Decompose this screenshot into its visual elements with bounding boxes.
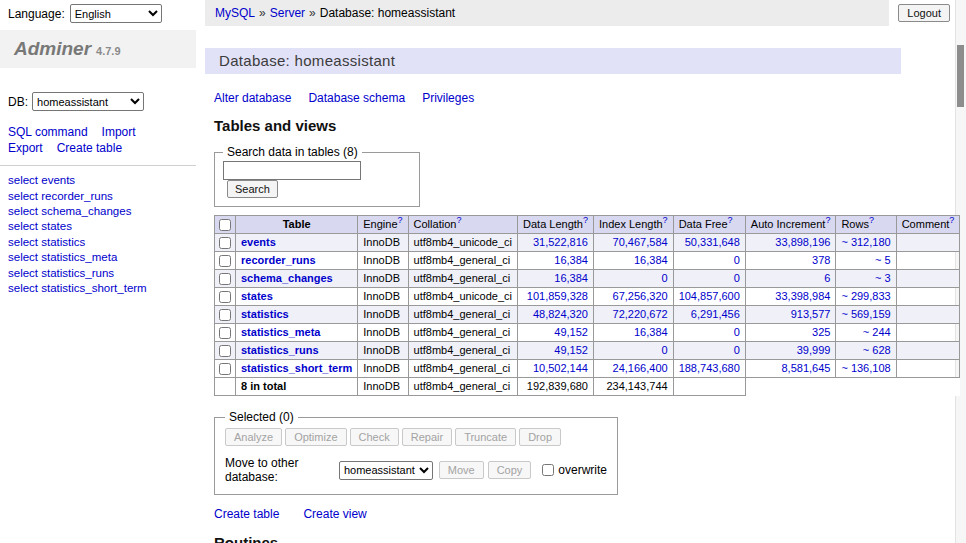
auto-increment-link[interactable]: 913,577 (751, 308, 831, 321)
row-checkbox[interactable] (219, 363, 231, 375)
sidebar-link-create-table[interactable]: Create table (57, 141, 122, 155)
row-checkbox[interactable] (219, 291, 231, 303)
index-length-link[interactable]: 16,384 (599, 254, 668, 267)
table-name-link[interactable]: events (241, 236, 276, 248)
auto-increment-link[interactable]: 33,398,984 (751, 290, 831, 303)
logout-button[interactable]: Logout (898, 4, 950, 22)
rows-count-link[interactable]: ~ 299,833 (841, 290, 890, 303)
help-link-data-length[interactable]: ? (583, 215, 588, 225)
database-schema-link[interactable]: Database schema (308, 91, 405, 105)
sidebar-item-select-statistics-meta[interactable]: select statistics_meta (8, 250, 196, 265)
row-checkbox[interactable] (219, 327, 231, 339)
language-select[interactable]: English (70, 4, 162, 23)
auto-increment-link[interactable]: 33,898,196 (751, 236, 831, 249)
index-length-link[interactable]: 70,467,584 (599, 236, 668, 249)
index-length-link[interactable]: 0 (599, 344, 668, 357)
data-length-link[interactable]: 31,522,816 (523, 236, 588, 249)
row-checkbox[interactable] (219, 345, 231, 357)
auto-increment-link[interactable]: 39,999 (751, 344, 831, 357)
help-link-engine[interactable]: ? (398, 215, 403, 225)
table-name-link[interactable]: statistics_runs (241, 344, 319, 356)
data-length-link[interactable]: 101,859,328 (523, 290, 588, 303)
table-name-link[interactable]: statistics_meta (241, 326, 321, 338)
data-free-link[interactable]: 6,291,456 (679, 308, 740, 321)
help-link-rows[interactable]: ? (869, 215, 874, 225)
help-link-index-length[interactable]: ? (663, 215, 668, 225)
index-length-link[interactable]: 72,220,672 (599, 308, 668, 321)
auto-increment-link[interactable]: 6 (751, 272, 831, 285)
sidebar-item-select-states[interactable]: select states (8, 219, 196, 234)
breadcrumb-current: Database: homeassistant (320, 6, 455, 20)
total-label: 8 in total (236, 378, 358, 396)
data-length-link[interactable]: 16,384 (523, 254, 588, 267)
sidebar-link-export[interactable]: Export (8, 141, 43, 155)
sidebar-link-import[interactable]: Import (102, 125, 136, 139)
table-row: statistics InnoDB utf8mb4_general_ci 48,… (215, 306, 960, 324)
copy-button: Copy (488, 461, 532, 479)
search-button[interactable]: Search (227, 180, 278, 198)
sidebar-item-select-statistics-runs[interactable]: select statistics_runs (8, 266, 196, 281)
rows-count-link[interactable]: ~ 312,180 (841, 236, 890, 249)
index-length-link[interactable]: 24,166,400 (599, 362, 668, 375)
sidebar-item-select-recorder-runs[interactable]: select recorder_runs (8, 189, 196, 204)
index-length-link[interactable]: 16,384 (599, 326, 668, 339)
breadcrumb-server-link[interactable]: Server (270, 6, 305, 20)
create-table-link[interactable]: Create table (214, 507, 279, 521)
column-header-comment: Comment? (896, 216, 960, 234)
table-name-link[interactable]: recorder_runs (241, 254, 316, 266)
search-input[interactable] (223, 161, 361, 180)
app-name: Adminer (14, 38, 91, 59)
index-length-link[interactable]: 0 (599, 272, 668, 285)
table-name-link[interactable]: states (241, 290, 273, 302)
create-view-link[interactable]: Create view (303, 507, 366, 521)
rows-count-link[interactable]: ~ 628 (841, 344, 890, 357)
sidebar-link-sql-command[interactable]: SQL command (8, 125, 88, 139)
data-length-link[interactable]: 49,152 (523, 344, 588, 357)
row-checkbox[interactable] (219, 255, 231, 267)
table-name-link[interactable]: statistics (241, 308, 289, 320)
rows-count-link[interactable]: ~ 569,159 (841, 308, 890, 321)
db-select[interactable]: homeassistant (32, 92, 144, 111)
table-row: events InnoDB utf8mb4_unicode_ci 31,522,… (215, 234, 960, 252)
help-link-comment[interactable]: ? (949, 215, 954, 225)
data-length-link[interactable]: 16,384 (523, 272, 588, 285)
data-free-link[interactable]: 0 (679, 254, 740, 267)
rows-count-link[interactable]: ~ 244 (841, 326, 890, 339)
auto-increment-link[interactable]: 378 (751, 254, 831, 267)
rows-count-link[interactable]: ~ 136,108 (841, 362, 890, 375)
rows-count-link[interactable]: ~ 3 (841, 272, 890, 285)
data-free-link[interactable]: 0 (679, 344, 740, 357)
auto-increment-link[interactable]: 8,581,645 (751, 362, 831, 375)
row-checkbox[interactable] (219, 273, 231, 285)
move-database-select[interactable]: homeassistant (339, 461, 433, 480)
data-length-link[interactable]: 10,502,144 (523, 362, 588, 375)
privileges-link[interactable]: Privileges (422, 91, 474, 105)
table-name-link[interactable]: statistics_short_term (241, 362, 352, 374)
data-length-link[interactable]: 48,824,320 (523, 308, 588, 321)
overwrite-label: overwrite (558, 463, 607, 477)
help-link-auto-increment[interactable]: ? (825, 215, 830, 225)
data-free-link[interactable]: 0 (679, 326, 740, 339)
data-free-link[interactable]: 188,743,680 (679, 362, 740, 375)
breadcrumb-mysql-link[interactable]: MySQL (215, 6, 255, 20)
select-all-checkbox[interactable] (219, 219, 231, 231)
sidebar-item-select-events[interactable]: select events (8, 173, 196, 188)
sidebar-item-select-schema-changes[interactable]: select schema_changes (8, 204, 196, 219)
scrollbar-thumb[interactable] (957, 45, 964, 107)
row-checkbox[interactable] (219, 309, 231, 321)
data-length-link[interactable]: 49,152 (523, 326, 588, 339)
sidebar-item-select-statistics[interactable]: select statistics (8, 235, 196, 250)
index-length-link[interactable]: 67,256,320 (599, 290, 668, 303)
rows-count-link[interactable]: ~ 5 (841, 254, 890, 267)
auto-increment-link[interactable]: 325 (751, 326, 831, 339)
row-checkbox[interactable] (219, 237, 231, 249)
data-free-link[interactable]: 50,331,648 (679, 236, 740, 249)
data-free-link[interactable]: 0 (679, 272, 740, 285)
overwrite-checkbox[interactable] (542, 464, 554, 476)
table-name-link[interactable]: schema_changes (241, 272, 333, 284)
sidebar-item-select-statistics-short-term[interactable]: select statistics_short_term (8, 281, 196, 296)
data-free-link[interactable]: 104,857,600 (679, 290, 740, 303)
alter-database-link[interactable]: Alter database (214, 91, 291, 105)
help-link-collation[interactable]: ? (456, 215, 461, 225)
help-link-data-free[interactable]: ? (728, 215, 733, 225)
